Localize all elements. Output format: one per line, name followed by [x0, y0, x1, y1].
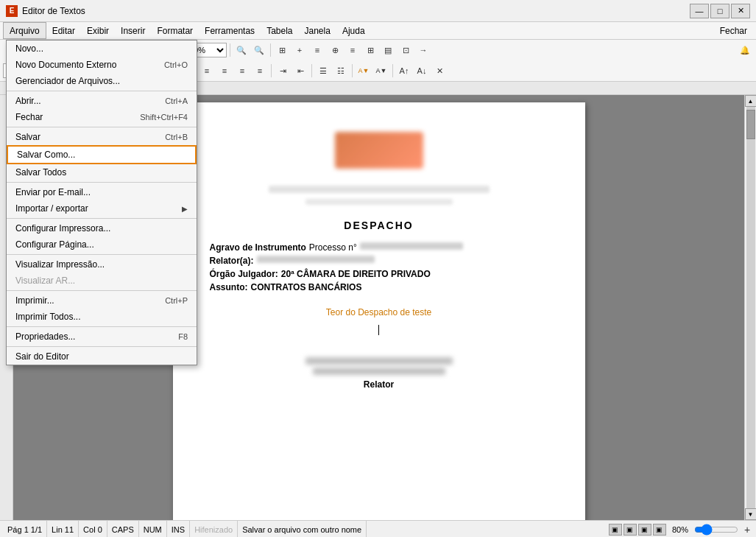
- menu-item-gerenciador[interactable]: Gerenciador de Arquivos...: [7, 73, 197, 89]
- zoom-plus-btn[interactable]: +: [741, 524, 753, 536]
- minimize-button[interactable]: —: [690, 4, 709, 18]
- menu-ajuda[interactable]: Ajuda: [336, 22, 371, 39]
- arquivo-dropdown: Novo... Novo Documento Externo Ctrl+O Ge…: [6, 40, 197, 365]
- align-right-btn[interactable]: ≡: [234, 63, 250, 79]
- menu-exibir[interactable]: Exibir: [81, 22, 115, 39]
- zoom-slider[interactable]: [694, 524, 738, 536]
- scroll-down-btn[interactable]: ▼: [745, 508, 757, 520]
- extra-btn-9[interactable]: →: [415, 42, 431, 58]
- status-line: Lin 11: [47, 521, 79, 537]
- sep-m2: [7, 127, 197, 127]
- outdent-btn[interactable]: ⇤: [292, 63, 308, 79]
- zoom-in-btn[interactable]: 🔍: [233, 42, 250, 58]
- doc-field-orgao-value: 20ª CÂMARA DE DIREITO PRIVADO: [281, 269, 431, 279]
- menu-item-imprimir-todos[interactable]: Imprimir Todos...: [7, 309, 197, 325]
- status-icon-4[interactable]: ▣: [653, 524, 666, 536]
- extra-btn-7[interactable]: ▤: [380, 42, 396, 58]
- sep-f3: [271, 64, 272, 77]
- sep-f6: [392, 64, 393, 77]
- status-bar: Pág 1 1/1 Lin 11 Col 0 CAPS NUM INS Hife…: [0, 520, 756, 537]
- status-icons: ▣ ▣ ▣ ▣: [609, 524, 666, 536]
- menu-item-fechar[interactable]: Fechar Shift+Ctrl+F4: [7, 109, 197, 125]
- doc-cursor-area: [210, 325, 548, 335]
- doc-field-agravo: Agravo de Instrumento Processo n°: [210, 242, 548, 253]
- sep-f5: [352, 64, 353, 77]
- clear-fmt-btn[interactable]: ✕: [431, 63, 448, 79]
- fechar-button[interactable]: Fechar: [714, 26, 753, 36]
- menu-item-salvar-como[interactable]: Salvar Como...: [7, 145, 197, 164]
- status-page: Pág 1 1/1: [3, 521, 47, 537]
- scroll-up-btn[interactable]: ▲: [745, 95, 757, 107]
- menu-inserir[interactable]: Inserir: [115, 22, 151, 39]
- doc-field-relator: Relator(a):: [210, 256, 548, 266]
- menu-item-config-pagina[interactable]: Configurar Página...: [7, 236, 197, 253]
- sep-m8: [7, 346, 197, 347]
- doc-relator: Relator: [210, 379, 548, 390]
- menu-tabela[interactable]: Tabela: [261, 22, 298, 39]
- status-hifenizado: Hifenizado: [190, 521, 238, 537]
- menu-item-config-impressora[interactable]: Configurar Impressora...: [7, 220, 197, 236]
- scroll-track[interactable]: [746, 107, 755, 508]
- sep-f4: [311, 64, 312, 77]
- menu-item-imprimir[interactable]: Imprimir... Ctrl+P: [7, 292, 197, 309]
- status-message: Salvar o arquivo com outro nome: [238, 521, 367, 537]
- fontsize-up-btn[interactable]: A↑: [396, 63, 412, 79]
- menu-item-propriedades[interactable]: Propriedades... F8: [7, 329, 197, 345]
- doc-field-assunto: Assunto: CONTRATOS BANCÁRIOS: [210, 282, 548, 292]
- menu-item-novo[interactable]: Novo...: [7, 41, 197, 57]
- close-button[interactable]: ✕: [731, 4, 750, 18]
- app-icon: E: [6, 5, 18, 17]
- extra-btn-8[interactable]: ⊡: [398, 42, 414, 58]
- extra-btn-6[interactable]: ⊞: [362, 42, 378, 58]
- status-caps: CAPS: [107, 521, 139, 537]
- extra-btn-1[interactable]: ⊞: [274, 42, 290, 58]
- highlight-btn[interactable]: A▼: [373, 63, 389, 79]
- menu-item-email[interactable]: Enviar por E-mail...: [7, 184, 197, 200]
- maximize-button[interactable]: □: [710, 4, 729, 18]
- zoom-out-btn[interactable]: 🔍: [251, 42, 267, 58]
- doc-field-agravo-label: Agravo de Instrumento: [210, 242, 306, 253]
- document-page: DESPACHO Agravo de Instrumento Processo …: [173, 102, 585, 520]
- sep-m3: [7, 182, 197, 183]
- status-ins: INS: [167, 521, 190, 537]
- sep-m1: [7, 91, 197, 91]
- status-icon-3[interactable]: ▣: [638, 524, 651, 536]
- menu-janela[interactable]: Janela: [299, 22, 336, 39]
- status-col: Col 0: [79, 521, 107, 537]
- extra-btn-2[interactable]: +: [292, 42, 308, 58]
- text-cursor: [378, 325, 379, 335]
- scroll-thumb[interactable]: [746, 110, 755, 139]
- menu-item-salvar[interactable]: Salvar Ctrl+B: [7, 129, 197, 145]
- menu-item-sair[interactable]: Sair do Editor: [7, 348, 197, 365]
- align-justify-btn[interactable]: ≡: [252, 63, 268, 79]
- menu-ferramentas[interactable]: Ferramentas: [199, 22, 261, 39]
- document-title: DESPACHO: [210, 220, 548, 231]
- align-center-btn[interactable]: ≡: [216, 63, 233, 79]
- menu-item-abrir[interactable]: Abrir... Ctrl+A: [7, 93, 197, 109]
- list-btn[interactable]: ☰: [315, 63, 331, 79]
- extra-btn-3[interactable]: ≡: [309, 42, 325, 58]
- menu-item-novo-externo[interactable]: Novo Documento Externo Ctrl+O: [7, 57, 197, 73]
- doc-orange-text: Teor do Despacho de teste: [210, 307, 548, 317]
- status-icon-2[interactable]: ▣: [623, 524, 637, 536]
- menu-editar[interactable]: Editar: [46, 22, 81, 39]
- extra-btn-4[interactable]: ⊕: [327, 42, 343, 58]
- numlist-btn[interactable]: ☷: [333, 63, 349, 79]
- menu-arquivo[interactable]: Arquivo: [3, 22, 46, 39]
- extra-btn-5[interactable]: ≡: [345, 42, 361, 58]
- color-btn[interactable]: A▼: [356, 63, 372, 79]
- sep6: [270, 43, 271, 57]
- doc-field-assunto-value: CONTRATOS BANCÁRIOS: [251, 282, 362, 292]
- menu-item-visualizar[interactable]: Visualizar Impressão...: [7, 256, 197, 273]
- menu-formatar[interactable]: Formatar: [151, 22, 199, 39]
- menu-item-visualizar-ar: Visualizar AR...: [7, 273, 197, 289]
- align-left-btn[interactable]: ≡: [199, 63, 215, 79]
- status-icon-1[interactable]: ▣: [609, 524, 622, 536]
- bell-btn[interactable]: 🔔: [737, 42, 753, 58]
- indent-btn[interactable]: ⇥: [275, 63, 291, 79]
- fontsize-dn-btn[interactable]: A↓: [414, 63, 430, 79]
- menu-item-salvar-todos[interactable]: Salvar Todos: [7, 164, 197, 180]
- menu-item-importar[interactable]: Importar / exportar ▶: [7, 200, 197, 217]
- status-right-group: ▣ ▣ ▣ ▣ 80% +: [609, 524, 753, 536]
- doc-field-assunto-label: Assunto:: [210, 282, 248, 292]
